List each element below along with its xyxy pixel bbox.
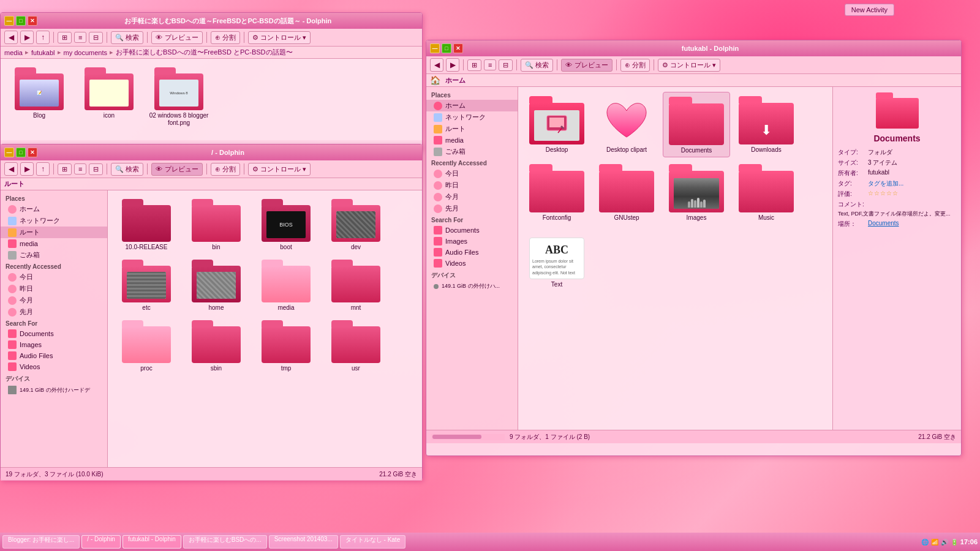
view-col-btn-root[interactable]: ⊟: [89, 163, 103, 175]
folder-desktop-clipart[interactable]: Desktop clipart: [593, 92, 660, 157]
search-images-root[interactable]: Images: [1, 339, 107, 350]
view-list-btn-futukabl[interactable]: ≡: [484, 59, 496, 70]
crumb-home-futukabl[interactable]: ホーム: [445, 76, 466, 85]
back-btn-root[interactable]: ◀: [4, 162, 18, 176]
control-btn-bsd[interactable]: ⚙ コントロール ▾: [248, 31, 311, 44]
maximize-btn-root[interactable]: □: [16, 148, 26, 157]
folder-mnt[interactable]: mnt: [322, 256, 390, 314]
crumb-media[interactable]: media: [4, 49, 23, 56]
up-btn-root[interactable]: ↑: [36, 162, 50, 176]
back-btn-futukabl[interactable]: ◀: [430, 58, 443, 72]
split-btn-bsd[interactable]: ⊕ 分割: [211, 31, 240, 44]
sidebar-media-futukabl[interactable]: media: [426, 135, 518, 146]
sidebar-media-root[interactable]: media: [1, 238, 107, 249]
detail-tag-val[interactable]: タグを追加...: [868, 179, 956, 188]
up-btn-bsd[interactable]: ↑: [36, 31, 50, 44]
folder-usr[interactable]: usr: [322, 317, 390, 375]
folder-text[interactable]: ABC Lorem ipsum dolor sit amet, consecte…: [523, 227, 590, 291]
view-list-btn-root[interactable]: ≡: [74, 163, 86, 174]
search-audio-root[interactable]: Audio Files: [1, 350, 107, 361]
forward-btn-bsd[interactable]: ▶: [20, 31, 34, 44]
sidebar-route-root[interactable]: ルート: [1, 227, 107, 238]
view-icons-btn[interactable]: ⊞: [58, 32, 72, 43]
folder-desktop[interactable]: Desktop: [523, 92, 590, 157]
search-btn-root[interactable]: 🔍 検索: [111, 163, 143, 176]
search-videos-futukabl[interactable]: Videos: [426, 258, 518, 269]
view-icons-btn-futukabl[interactable]: ⊞: [467, 59, 481, 71]
preview-btn-futukabl[interactable]: 👁 プレビュー: [561, 59, 612, 72]
sidebar-network-root[interactable]: ネットワーク: [1, 215, 107, 227]
new-activity-button[interactable]: New Activity: [845, 4, 894, 16]
maximize-btn-bsd[interactable]: □: [16, 16, 26, 26]
sidebar-network-futukabl[interactable]: ネットワーク: [426, 111, 518, 123]
crumb-bsd[interactable]: お手軽に楽しむBSDへの道〜FreeBSD とPC-BSDの話題〜: [116, 48, 292, 57]
taskbar-item-4[interactable]: Screenshot 201403...: [269, 535, 338, 549]
sidebar-hdd-futukabl[interactable]: 149.1 GiB の外付けハ...: [426, 281, 518, 291]
minimize-btn-futukabl[interactable]: —: [430, 43, 440, 53]
folder-fontconfig[interactable]: Fontconfig: [523, 160, 590, 224]
folder-bin[interactable]: bin: [183, 195, 250, 253]
folder-win8png[interactable]: Windows 8 02 windows 8 blogger font.png: [145, 64, 213, 129]
search-btn-futukabl[interactable]: 🔍 検索: [521, 59, 553, 72]
taskbar-item-5[interactable]: タイトルなし - Kate: [340, 535, 405, 549]
yesterday-futukabl[interactable]: 昨日: [426, 179, 518, 191]
forward-btn-futukabl[interactable]: ▶: [446, 58, 459, 72]
sidebar-today-root[interactable]: 今日: [1, 271, 107, 283]
folder-boot[interactable]: BIOS boot: [252, 195, 320, 253]
folder-home[interactable]: home: [183, 256, 250, 314]
preview-btn-root[interactable]: 👁 プレビュー: [151, 163, 202, 176]
minimize-btn-root[interactable]: —: [4, 148, 14, 157]
maximize-btn-futukabl[interactable]: □: [442, 43, 451, 53]
control-btn-futukabl[interactable]: ⚙ コントロール ▾: [658, 59, 720, 72]
folder-blog[interactable]: 📝 Blog: [6, 64, 73, 129]
view-columns-btn[interactable]: ⊟: [89, 32, 103, 43]
folder-images[interactable]: Images: [663, 160, 730, 224]
control-btn-root[interactable]: ⚙ コントロール ▾: [248, 163, 311, 176]
taskbar-item-0[interactable]: Blogger: お手軽に楽し...: [2, 535, 80, 549]
sidebar-trash-futukabl[interactable]: ごみ箱: [426, 146, 518, 157]
folder-proc[interactable]: proc: [113, 317, 180, 375]
close-btn-bsd[interactable]: ✕: [28, 16, 37, 26]
sidebar-home-root[interactable]: ホーム: [1, 203, 107, 215]
folder-media[interactable]: media: [252, 256, 320, 314]
search-videos-root[interactable]: Videos: [1, 361, 107, 372]
view-col-btn-futukabl[interactable]: ⊟: [499, 59, 513, 71]
crumb-mydocs[interactable]: my documents: [64, 49, 108, 56]
thismonth-futukabl[interactable]: 今月: [426, 191, 518, 203]
sidebar-trash-root[interactable]: ごみ箱: [1, 249, 107, 261]
folder-downloads[interactable]: ⬇ Downloads: [733, 92, 800, 157]
sidebar-home-futukabl[interactable]: ホーム: [426, 100, 518, 111]
folder-dev[interactable]: dev: [322, 195, 390, 253]
close-btn-futukabl[interactable]: ✕: [453, 43, 463, 53]
taskbar-item-2[interactable]: futukabl - Dolphin: [123, 535, 181, 549]
split-btn-futukabl[interactable]: ⊕ 分割: [620, 59, 650, 72]
sidebar-thismonth-root[interactable]: 今月: [1, 294, 107, 306]
sidebar-yesterday-root[interactable]: 昨日: [1, 283, 107, 294]
sidebar-hdd-root[interactable]: 149.1 GiB の外付けハードデ: [1, 384, 107, 395]
scrollbar-futukabl[interactable]: [431, 434, 505, 440]
crumb-futukabl[interactable]: futukabl: [31, 49, 55, 56]
back-btn-bsd[interactable]: ◀: [4, 31, 18, 44]
lastmonth-futukabl[interactable]: 先月: [426, 203, 518, 214]
sidebar-route-futukabl[interactable]: ルート: [426, 123, 518, 135]
close-btn-root[interactable]: ✕: [28, 148, 37, 157]
search-btn-bsd[interactable]: 🔍 検索: [111, 31, 143, 44]
detail-rating-val[interactable]: ☆☆☆☆☆: [868, 190, 956, 198]
folder-10release[interactable]: 10.0-RELEASE: [113, 195, 180, 253]
view-icons-btn-root[interactable]: ⊞: [58, 163, 72, 175]
taskbar-item-3[interactable]: お手軽に楽しむBSDへの...: [183, 535, 267, 549]
today-futukabl[interactable]: 今日: [426, 168, 518, 179]
search-audio-futukabl[interactable]: Audio Files: [426, 247, 518, 258]
folder-gnustep[interactable]: GNUstep: [593, 160, 660, 224]
split-btn-root[interactable]: ⊕ 分割: [211, 163, 240, 176]
view-list-btn[interactable]: ≡: [74, 32, 86, 43]
minimize-btn-bsd[interactable]: —: [4, 16, 14, 26]
search-docs-futukabl[interactable]: Documents: [426, 225, 518, 236]
folder-tmp[interactable]: tmp: [252, 317, 320, 375]
folder-icon-item[interactable]: icon: [75, 64, 143, 129]
sidebar-lastmonth-root[interactable]: 先月: [1, 306, 107, 318]
detail-location-val[interactable]: Documents: [868, 220, 956, 228]
taskbar-item-1[interactable]: / - Dolphin: [81, 535, 121, 549]
preview-btn-bsd[interactable]: 👁 プレビュー: [151, 31, 202, 44]
search-docs-root[interactable]: Documents: [1, 328, 107, 339]
